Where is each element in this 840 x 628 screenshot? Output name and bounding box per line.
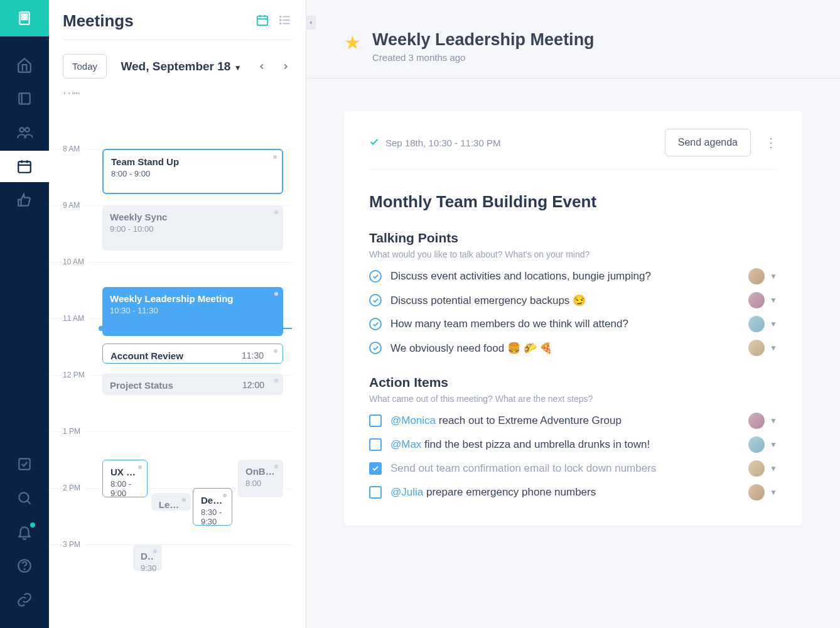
chevron-down-icon[interactable]: ▼	[770, 464, 777, 473]
nav-help[interactable]	[0, 550, 49, 582]
calendar-event[interactable]: Leadership	[151, 493, 191, 511]
nav-people[interactable]	[0, 117, 49, 148]
nav-link[interactable]: ▶	[0, 584, 49, 615]
hour-label: 1 PM	[63, 427, 84, 436]
svg-marker-28	[310, 21, 312, 24]
hour-label: 7 AM	[63, 92, 83, 96]
circle-check-icon[interactable]	[369, 270, 382, 283]
agenda-card: Sep 18th, 10:30 - 11:30 PM Send agenda ⋮…	[344, 111, 802, 526]
action-item[interactable]: @Max find the best pizza and umbrella dr…	[369, 436, 777, 453]
assignee-avatar[interactable]	[748, 292, 765, 308]
svg-rect-5	[19, 93, 30, 104]
assignee-avatar[interactable]	[748, 316, 765, 332]
notification-dot	[30, 522, 35, 528]
circle-check-icon[interactable]	[369, 342, 382, 354]
chevron-down-icon[interactable]: ▼	[770, 272, 777, 281]
calendar-event[interactable]: Team Stand Up8:00 - 9:00	[102, 149, 283, 194]
hour-label: 8 AM	[63, 144, 83, 153]
talking-point-text: We obviously need food 🍔 🌮 🍕	[390, 342, 740, 355]
calendar-event[interactable]: Design9:30	[133, 544, 162, 571]
meeting-created: Created 3 months ago	[372, 52, 595, 63]
nav-calendar[interactable]	[0, 151, 49, 182]
action-item-text: @Max find the best pizza and umbrella dr…	[390, 438, 740, 451]
talking-point-item[interactable]: Discuss event activities and locations, …	[369, 268, 777, 284]
svg-point-14	[19, 492, 28, 502]
today-button[interactable]: Today	[63, 54, 107, 78]
talking-point-text: Discuss potential emergency backups 😏	[390, 294, 740, 307]
talking-point-item[interactable]: How many team members do we think will a…	[369, 316, 777, 332]
talking-point-item[interactable]: We obviously need food 🍔 🌮 🍕 ▼	[369, 340, 777, 356]
assignee-avatar[interactable]	[748, 413, 765, 429]
svg-point-27	[280, 23, 281, 24]
left-nav: ▶	[0, 0, 49, 628]
nav-home[interactable]	[0, 49, 49, 80]
talking-point-text: Discuss event activities and locations, …	[390, 270, 740, 283]
next-day-button[interactable]	[279, 60, 292, 73]
svg-rect-3	[22, 18, 24, 19]
action-item-text: @Julia prepare emergency phone numbers	[390, 486, 740, 499]
date-picker[interactable]: Wed, September 18 ▼	[118, 60, 244, 73]
svg-line-15	[27, 501, 30, 504]
checkbox[interactable]	[369, 486, 382, 499]
app-logo[interactable]	[0, 0, 49, 36]
assignee-avatar[interactable]	[748, 268, 765, 284]
talking-point-item[interactable]: Discuss potential emergency backups 😏 ▼	[369, 292, 777, 308]
calendar-view-icon[interactable]	[256, 13, 269, 30]
chevron-down-icon[interactable]: ▼	[770, 488, 777, 497]
meeting-datetime: Sep 18th, 10:30 - 11:30 PM	[385, 138, 500, 148]
calendar-event[interactable]: OnBoarding8:00	[238, 460, 283, 497]
checkbox[interactable]	[369, 438, 382, 451]
send-agenda-button[interactable]: Send agenda	[665, 129, 751, 156]
action-items-heading: Action Items	[369, 375, 777, 390]
svg-rect-9	[18, 161, 31, 172]
calendar-event[interactable]: Project Status12:00	[102, 374, 283, 395]
svg-point-26	[280, 19, 281, 21]
chevron-down-icon[interactable]: ▼	[770, 296, 777, 305]
circle-check-icon[interactable]	[369, 318, 382, 330]
calendar-event[interactable]: Weekly Sync9:00 - 10:00	[102, 205, 283, 251]
nav-notifications[interactable]	[0, 516, 49, 548]
talking-points-hint: What would you like to talk about? What'…	[369, 249, 777, 259]
svg-rect-1	[22, 14, 24, 16]
assignee-avatar[interactable]	[748, 484, 765, 501]
action-items-hint: What came out of this meeting? What are …	[369, 394, 777, 404]
svg-point-7	[19, 127, 24, 132]
star-icon[interactable]: ★	[344, 30, 361, 53]
nav-thumbs-up[interactable]	[0, 185, 49, 216]
chevron-down-icon[interactable]: ▼	[770, 344, 777, 352]
hour-label: 11 AM	[63, 314, 88, 323]
circle-check-icon[interactable]	[369, 294, 382, 306]
collapse-panel-button[interactable]	[306, 16, 316, 30]
more-menu-icon[interactable]: ⋮	[765, 135, 777, 150]
action-item-text: Send out team confirmation email to lock…	[390, 462, 740, 475]
chevron-down-icon[interactable]: ▼	[770, 416, 777, 425]
assignee-avatar[interactable]	[748, 460, 765, 477]
talking-points-heading: Talking Points	[369, 230, 777, 246]
talking-point-text: How many team members do we think will a…	[390, 318, 740, 330]
action-item[interactable]: Send out team confirmation email to lock…	[369, 460, 777, 477]
nav-checklist[interactable]	[0, 448, 49, 480]
svg-point-8	[25, 127, 30, 132]
chevron-down-icon[interactable]: ▼	[770, 440, 777, 449]
svg-rect-4	[25, 18, 27, 19]
calendar-event[interactable]: Account Review11:30	[102, 344, 283, 364]
checkbox[interactable]	[369, 414, 382, 427]
nav-search[interactable]	[0, 482, 49, 514]
hour-label: 2 PM	[63, 484, 84, 492]
checkbox[interactable]	[369, 462, 382, 475]
chevron-down-icon[interactable]: ▼	[770, 320, 777, 328]
nav-book[interactable]	[0, 83, 49, 114]
calendar-event[interactable]: UX Stand Up8:00 - 9:00	[102, 460, 148, 497]
action-item[interactable]: @Monica reach out to Extreme Adventure G…	[369, 413, 777, 429]
assignee-avatar[interactable]	[748, 340, 765, 356]
action-item[interactable]: @Julia prepare emergency phone numbers ▼	[369, 484, 777, 501]
hour-label: 12 PM	[63, 371, 89, 379]
svg-rect-13	[19, 458, 30, 469]
agenda-title: Monthly Team Building Event	[369, 192, 777, 212]
assignee-avatar[interactable]	[748, 436, 765, 453]
list-view-icon[interactable]	[278, 13, 292, 30]
prev-day-button[interactable]	[256, 60, 268, 73]
svg-point-25	[280, 16, 281, 17]
action-item-text: @Monica reach out to Extreme Adventure G…	[390, 414, 740, 427]
calendar-event[interactable]: Design Lunch8:30 - 9:30	[193, 488, 232, 526]
